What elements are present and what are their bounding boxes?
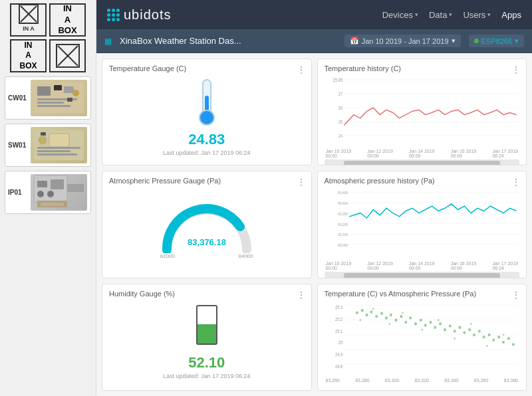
svg-point-106 bbox=[486, 345, 488, 347]
device-id-cw01: CW01 bbox=[8, 94, 28, 102]
device-id-ip01: IP01 bbox=[8, 189, 28, 196]
device-card-ip01[interactable]: IP01 bbox=[5, 171, 91, 214]
svg-point-107 bbox=[502, 334, 504, 336]
device-image-ip01 bbox=[31, 174, 87, 211]
nav-brand-text: ubidots bbox=[124, 7, 172, 23]
svg-point-94 bbox=[497, 336, 500, 338]
svg-text:IN A: IN A bbox=[23, 25, 35, 32]
pressure-history-x-labels: Jan 10 201900:00 Jan 12 201900:00 Jan 14… bbox=[325, 261, 520, 270]
nav-item-devices[interactable]: Devices ▾ bbox=[382, 10, 418, 20]
calendar-icon: 📅 bbox=[350, 37, 359, 45]
pressure-gauge-display: 83,376.18 82000 84000 bbox=[109, 189, 305, 270]
logo-top: IN A INABOX bbox=[10, 3, 86, 37]
nav-item-apps[interactable]: Apps bbox=[501, 10, 521, 20]
svg-rect-22 bbox=[41, 132, 46, 136]
logo-bottom-row: INABOX bbox=[10, 39, 86, 72]
svg-rect-30 bbox=[41, 203, 64, 206]
pressure-history-widget: Atmospheric pressure history (Pa) ⋮ 83,4… bbox=[317, 171, 527, 278]
svg-rect-20 bbox=[37, 153, 77, 155]
svg-point-86 bbox=[458, 326, 461, 328]
nav-item-users[interactable]: Users ▾ bbox=[463, 10, 491, 20]
logo-in-a-box-right bbox=[49, 39, 86, 72]
svg-point-88 bbox=[468, 328, 471, 331]
gauge-min-label: 82000 bbox=[160, 253, 175, 259]
widget-menu-icon[interactable]: ⋮ bbox=[511, 64, 521, 75]
svg-point-75 bbox=[404, 321, 407, 324]
svg-rect-10 bbox=[64, 86, 74, 93]
svg-point-14 bbox=[72, 90, 79, 96]
device-card-cw01[interactable]: CW01 bbox=[5, 76, 91, 120]
device-image-sw01 bbox=[31, 127, 87, 163]
sub-navigation: ▦ XinaBox Weather Station Das... 📅 Jan 1… bbox=[96, 29, 532, 53]
humidity-gauge-display: 52.10 Last updated: Jan 17 2019 06:24 bbox=[109, 302, 305, 383]
device-selector[interactable]: ESP8266 ▾ bbox=[469, 35, 524, 47]
svg-point-81 bbox=[434, 326, 436, 328]
svg-point-90 bbox=[477, 330, 480, 332]
date-range-text: Jan 10 2019 - Jan 17 2019 bbox=[362, 37, 449, 45]
widget-menu-icon[interactable]: ⋮ bbox=[297, 290, 306, 300]
svg-point-92 bbox=[487, 333, 490, 336]
scrollbar-handle[interactable] bbox=[344, 161, 500, 166]
svg-point-96 bbox=[507, 337, 509, 340]
temperature-history-chart: 25.85 27 26 25 24 Jan 10 201900:00 Jan 1… bbox=[325, 76, 520, 158]
widget-menu-icon[interactable]: ⋮ bbox=[511, 177, 521, 187]
temp-history-svg: 25.85 27 26 25 24 bbox=[325, 76, 520, 146]
date-range-picker[interactable]: 📅 Jan 10 2019 - Jan 17 2019 ▾ bbox=[344, 35, 461, 47]
dashboard-grid: Temperature Gauge (C) ⋮ 24.83 Last updat… bbox=[96, 53, 532, 396]
scrollbar-handle[interactable] bbox=[344, 273, 500, 278]
pressure-arc: 83,376.18 bbox=[160, 200, 253, 253]
svg-point-74 bbox=[400, 315, 402, 318]
thermometer-icon bbox=[198, 79, 216, 126]
scatter-x-labels: 83,260 83,280 83,300 83,320 83,340 83,36… bbox=[325, 378, 520, 387]
temp-history-scrollbar[interactable] bbox=[325, 159, 520, 166]
svg-point-79 bbox=[424, 324, 426, 326]
pressure-history-scrollbar[interactable] bbox=[325, 272, 520, 278]
nav-logo: ubidots bbox=[107, 7, 172, 23]
chevron-down-icon: ▾ bbox=[449, 11, 452, 18]
svg-text:83,400: 83,400 bbox=[338, 201, 348, 205]
svg-rect-17 bbox=[49, 134, 69, 147]
nav-item-data[interactable]: Data ▾ bbox=[429, 10, 452, 20]
svg-point-82 bbox=[439, 322, 442, 325]
chevron-down-icon: ▾ bbox=[487, 11, 491, 18]
humidity-last-updated: Last updated: Jan 17 2019 06:24 bbox=[163, 373, 251, 379]
widget-menu-icon[interactable]: ⋮ bbox=[297, 177, 306, 187]
svg-text:25.2: 25.2 bbox=[334, 316, 342, 321]
svg-point-65 bbox=[355, 311, 358, 314]
svg-point-27 bbox=[37, 191, 44, 197]
ubidots-icon bbox=[107, 9, 120, 21]
pressure-gauge-labels: 82000 84000 bbox=[160, 253, 253, 259]
device-name: ESP8266 bbox=[481, 37, 512, 45]
widget-menu-icon[interactable]: ⋮ bbox=[297, 64, 306, 75]
device-card-sw01[interactable]: SW01 bbox=[5, 124, 91, 167]
scatter-plot-display: 25.3 25.2 25.1 25 24.9 24.8 bbox=[325, 302, 520, 383]
temperature-history-widget: Temperature history (C) ⋮ 25.85 27 26 25… bbox=[317, 58, 527, 165]
widget-menu-icon[interactable]: ⋮ bbox=[511, 290, 521, 300]
svg-point-68 bbox=[370, 310, 372, 313]
sidebar: IN A INABOX INABOX CW01 bbox=[0, 0, 96, 396]
svg-rect-9 bbox=[54, 85, 62, 90]
svg-point-70 bbox=[380, 312, 383, 314]
svg-point-87 bbox=[463, 331, 466, 334]
svg-point-85 bbox=[453, 330, 456, 332]
temperature-gauge-display: 24.83 Last updated: Jan 17 2019 06:24 bbox=[109, 76, 305, 158]
top-navigation: ubidots Devices ▾ Data ▾ Users ▾ Apps bbox=[96, 0, 532, 29]
dashboard-title: XinaBox Weather Station Das... bbox=[120, 36, 241, 46]
svg-text:25.1: 25.1 bbox=[334, 328, 342, 333]
svg-point-28 bbox=[47, 191, 54, 197]
svg-point-105 bbox=[469, 322, 471, 324]
svg-point-98 bbox=[359, 319, 361, 321]
widget-title-temp-gauge: Temperature Gauge (C) bbox=[109, 64, 305, 72]
battery-icon bbox=[196, 305, 217, 345]
temperature-value: 24.83 bbox=[188, 131, 225, 148]
humidity-value: 52.10 bbox=[188, 354, 225, 371]
svg-point-100 bbox=[388, 322, 390, 324]
svg-point-66 bbox=[360, 309, 363, 312]
widget-title-temp-history: Temperature history (C) bbox=[325, 64, 520, 72]
svg-point-89 bbox=[473, 333, 475, 336]
scatter-plot-svg: 25.3 25.2 25.1 25 24.9 24.8 bbox=[325, 302, 520, 375]
svg-rect-25 bbox=[37, 181, 47, 187]
logo-in-a-box-left: INABOX bbox=[10, 39, 47, 72]
temperature-last-updated: Last updated: Jan 17 2019 06:24 bbox=[163, 149, 251, 156]
svg-point-104 bbox=[454, 337, 456, 339]
